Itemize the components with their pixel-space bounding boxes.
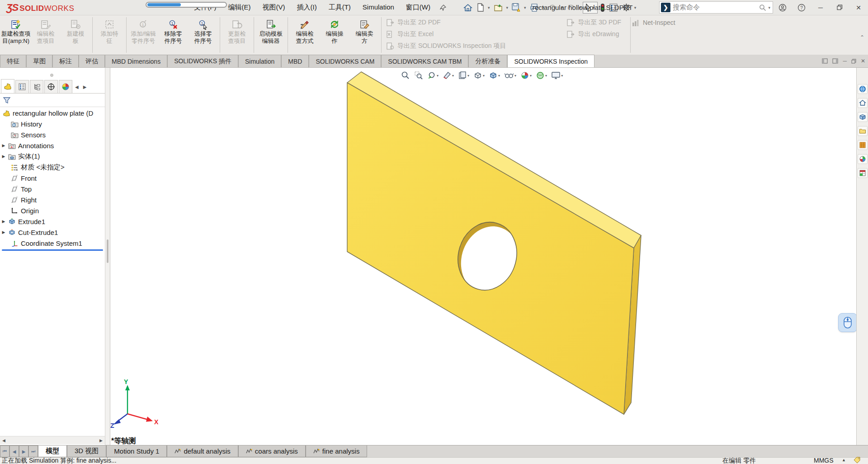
help-button[interactable]: ?	[792, 0, 811, 15]
save-button[interactable]	[510, 2, 522, 14]
tree-item-annotations[interactable]: ▶ A Annotations	[0, 140, 105, 151]
configuration-manager-tab[interactable]	[30, 80, 43, 93]
update-inspection-project-button[interactable]: 更新检 查项目	[222, 17, 252, 55]
pane-left-icon[interactable]	[822, 58, 828, 64]
search-input[interactable]: 搜索命令	[673, 3, 759, 12]
resources-globe-icon[interactable]	[858, 84, 868, 94]
expand-arrow-icon[interactable]: ▶	[0, 154, 7, 159]
view-settings-caret[interactable]: ▾	[561, 74, 563, 78]
custom-properties-tag-icon[interactable]	[854, 457, 861, 463]
edit-appearance-caret[interactable]: ▾	[530, 74, 532, 78]
net-inspect-button[interactable]: Net-Inspect	[632, 15, 675, 55]
apply-scene-caret[interactable]: ▾	[545, 74, 547, 78]
view-orientation-button[interactable]: ▾	[472, 70, 486, 81]
property-manager-tab[interactable]	[15, 80, 29, 93]
new-document-button[interactable]	[475, 2, 486, 14]
tab-mbd[interactable]: MBD	[281, 55, 309, 67]
tree-item-material[interactable]: 材质 <未指定>	[0, 162, 105, 173]
tab-markup[interactable]: 标注	[52, 55, 79, 67]
display-manager-tab[interactable]	[59, 80, 72, 93]
tab-solidworks-inspection[interactable]: SOLIDWORKS Inspection	[507, 55, 594, 67]
panel-horizontal-scrollbar[interactable]: ◀ ▶	[0, 436, 105, 444]
menu-insert[interactable]: 插入(I)	[291, 0, 322, 15]
menu-pin-icon[interactable]	[440, 5, 446, 11]
last-tab-icon[interactable]: ⏭	[28, 445, 38, 457]
view-settings-button[interactable]: ▾	[550, 70, 564, 81]
export-3d-pdf-button[interactable]: 导出至 3D PDF	[566, 18, 621, 27]
view-palette-icon[interactable]	[858, 140, 868, 150]
home-panel-icon[interactable]	[858, 98, 868, 108]
add-feature-button[interactable]: 添加特 征	[94, 17, 124, 55]
zoom-to-fit-button[interactable]	[400, 70, 411, 81]
edit-vendor-button[interactable]: 编辑卖 方	[349, 17, 379, 55]
export-excel-button[interactable]: 导出至 Excel	[386, 30, 506, 39]
menu-window[interactable]: 窗口(W)	[400, 0, 436, 15]
launch-template-editor-button[interactable]: 启动模板 编辑器	[256, 17, 286, 55]
default-analysis-tab[interactable]: default analysis	[167, 445, 238, 457]
section-view-button[interactable]: ▾	[441, 70, 455, 81]
export-edrawing-button[interactable]: 导出 eDrawing	[566, 30, 621, 39]
fine-analysis-tab[interactable]: fine analysis	[306, 445, 368, 457]
view-orientation-caret[interactable]: ▾	[483, 74, 485, 78]
expand-arrow-icon[interactable]: ▶	[0, 230, 7, 234]
tree-item-front-plane[interactable]: Front	[0, 173, 105, 183]
tree-item-cut-extrude1[interactable]: ▶ Cut-Extrude1	[0, 227, 105, 238]
tab-solidworks-cam[interactable]: SOLIDWORKS CAM	[309, 55, 381, 67]
feature-tree-tab[interactable]	[1, 79, 14, 93]
motion-study-tab[interactable]: Motion Study 1	[106, 445, 167, 457]
tree-item-sensors[interactable]: Sensors	[0, 129, 105, 140]
previous-view-button[interactable]: ▾	[426, 70, 440, 81]
display-style-button[interactable]: ▾	[487, 70, 501, 81]
save-caret[interactable]: ▾	[523, 5, 527, 10]
menu-view[interactable]: 视图(V)	[256, 0, 291, 15]
tree-item-origin[interactable]: Origin	[0, 205, 105, 216]
menu-simulation[interactable]: Simulation	[357, 0, 400, 15]
tree-item-solid-bodies[interactable]: ▶ 实体(1)	[0, 151, 105, 162]
edit-inspection-project-button[interactable]: 编辑检 查项目	[31, 17, 61, 55]
open-caret[interactable]: ▾	[505, 5, 509, 10]
graphics-viewport[interactable]: ▾ ▾ ▾ ▾ ▾ ▾ ▾ ▾ ▾	[110, 68, 856, 445]
tab-mbd-dimensions[interactable]: MBD Dimensions	[105, 55, 167, 67]
search-caret[interactable]: ▾	[768, 5, 770, 10]
tree-item-right-plane[interactable]: Right	[0, 194, 105, 205]
first-tab-icon[interactable]: ⏮	[0, 445, 9, 457]
custom-properties-icon[interactable]	[858, 168, 868, 178]
search-icon[interactable]	[759, 4, 766, 11]
tab-sketch[interactable]: 草图	[26, 55, 52, 67]
tab-solidworks-cam-tbm[interactable]: SOLIDWORKS CAM TBM	[381, 55, 468, 67]
scroll-left-icon[interactable]: ◀	[0, 436, 8, 444]
filter-funnel-icon[interactable]	[2, 96, 11, 105]
annotation-views-caret[interactable]: ▾	[467, 74, 469, 78]
units-selector[interactable]: MMGS	[814, 457, 834, 464]
doc-close-icon[interactable]: ✕	[861, 58, 865, 64]
doc-restore-icon[interactable]	[851, 59, 856, 64]
tab-solidworks-addins[interactable]: SOLIDWORKS 插件	[167, 55, 238, 67]
3d-views-tab[interactable]: 3D 视图	[67, 445, 106, 457]
export-2d-pdf-button[interactable]: 导出至 2D PDF	[386, 18, 506, 27]
apply-scene-button[interactable]: ▾	[534, 70, 548, 81]
add-edit-balloon-button[interactable]: 1 添加/编辑 零件序号	[128, 17, 158, 55]
remove-balloon-button[interactable]: 1 移除零 件序号	[158, 17, 188, 55]
zoom-to-area-button[interactable]	[413, 70, 425, 81]
edit-operation-button[interactable]: 编辑操 作	[320, 17, 349, 55]
panel-tab-scroll-left[interactable]: ◀	[75, 84, 79, 89]
annotation-views-button[interactable]: ▾	[457, 70, 471, 81]
tree-item-top-plane[interactable]: Top	[0, 183, 105, 194]
display-style-caret[interactable]: ▾	[498, 74, 500, 78]
design-library-icon[interactable]	[858, 112, 868, 122]
tree-item-coordinate-system1[interactable]: Coordinate System1	[0, 238, 105, 248]
new-template-button[interactable]: 新建模 板	[61, 17, 90, 55]
hide-show-items-caret[interactable]: ▾	[514, 74, 516, 78]
expand-arrow-icon[interactable]: ▶	[0, 219, 7, 224]
doc-minimize-icon[interactable]: ─	[843, 58, 847, 64]
tree-item-history[interactable]: History	[0, 118, 105, 129]
panel-collapse-dot[interactable]	[50, 74, 53, 77]
appearances-scenes-icon[interactable]	[858, 154, 868, 164]
open-button[interactable]	[492, 2, 505, 14]
tab-analysis-preparation[interactable]: 分析准备	[468, 55, 507, 67]
pane-right-icon[interactable]	[832, 58, 838, 64]
account-button[interactable]	[773, 0, 792, 15]
tree-filter-row[interactable]	[0, 94, 105, 107]
menu-tools[interactable]: 工具(T)	[323, 0, 357, 15]
new-inspection-project-button[interactable]: 新建检查项 目(amp:N)	[1, 17, 31, 55]
